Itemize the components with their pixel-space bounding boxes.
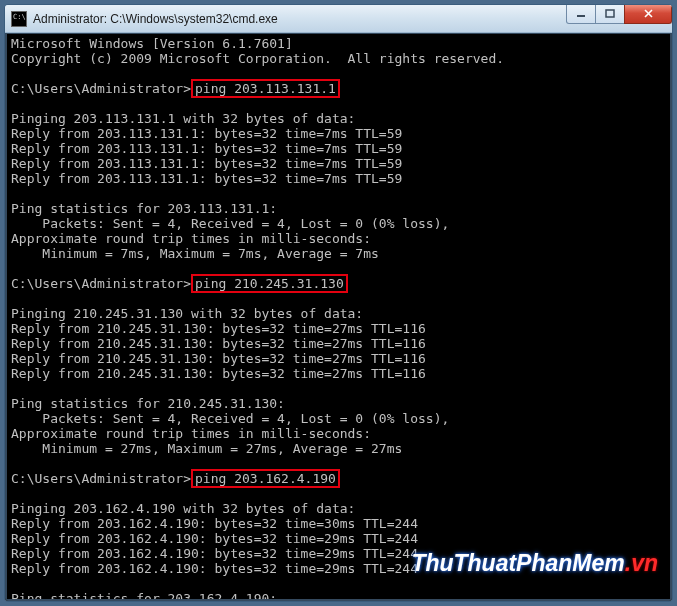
os-version: Microsoft Windows [Version 6.1.7601] <box>11 36 293 51</box>
ping-reply: Reply from 203.162.4.190: bytes=32 time=… <box>11 516 418 531</box>
ping-reply: Reply from 203.162.4.190: bytes=32 time=… <box>11 561 418 576</box>
ping-command-2: ping 210.245.31.130 <box>191 274 348 293</box>
ping-reply: Reply from 203.113.131.1: bytes=32 time=… <box>11 156 402 171</box>
rtt-header: Approximate round trip times in milli-se… <box>11 231 371 246</box>
window-title: Administrator: C:\Windows\system32\cmd.e… <box>33 12 567 26</box>
ping-command-1: ping 203.113.131.1 <box>191 79 340 98</box>
stats-header: Ping statistics for 203.162.4.190: <box>11 591 277 601</box>
minimize-button[interactable] <box>566 5 596 24</box>
copyright-line: Copyright (c) 2009 Microsoft Corporation… <box>11 51 504 66</box>
ping-reply: Reply from 203.162.4.190: bytes=32 time=… <box>11 546 418 561</box>
rtt-header: Approximate round trip times in milli-se… <box>11 426 371 441</box>
terminal-output[interactable]: Microsoft Windows [Version 6.1.7601] Cop… <box>5 33 672 601</box>
ping-reply: Reply from 203.113.131.1: bytes=32 time=… <box>11 126 402 141</box>
packets-line: Packets: Sent = 4, Received = 4, Lost = … <box>11 411 449 426</box>
ping-reply: Reply from 210.245.31.130: bytes=32 time… <box>11 321 426 336</box>
svg-rect-1 <box>606 10 614 17</box>
cmd-icon <box>11 11 27 27</box>
pinging-line: Pinging 210.245.31.130 with 32 bytes of … <box>11 306 363 321</box>
titlebar[interactable]: Administrator: C:\Windows\system32\cmd.e… <box>5 5 672 33</box>
ping-reply: Reply from 210.245.31.130: bytes=32 time… <box>11 366 426 381</box>
maximize-button[interactable] <box>595 5 625 24</box>
close-button[interactable] <box>624 5 672 24</box>
window-controls <box>567 5 672 32</box>
ping-reply: Reply from 203.113.131.1: bytes=32 time=… <box>11 171 402 186</box>
packets-line: Packets: Sent = 4, Received = 4, Lost = … <box>11 216 449 231</box>
stats-header: Ping statistics for 203.113.131.1: <box>11 201 277 216</box>
watermark: ThuThuatPhanMem.vn <box>411 556 658 571</box>
ping-reply: Reply from 210.245.31.130: bytes=32 time… <box>11 351 426 366</box>
ping-reply: Reply from 203.113.131.1: bytes=32 time=… <box>11 141 402 156</box>
prompt: C:\Users\Administrator> <box>11 471 191 486</box>
prompt: C:\Users\Administrator> <box>11 81 191 96</box>
pinging-line: Pinging 203.113.131.1 with 32 bytes of d… <box>11 111 355 126</box>
stats-header: Ping statistics for 210.245.31.130: <box>11 396 285 411</box>
ping-reply: Reply from 210.245.31.130: bytes=32 time… <box>11 336 426 351</box>
ping-reply: Reply from 203.162.4.190: bytes=32 time=… <box>11 531 418 546</box>
pinging-line: Pinging 203.162.4.190 with 32 bytes of d… <box>11 501 355 516</box>
app-window: Administrator: C:\Windows\system32\cmd.e… <box>4 4 673 602</box>
rtt-line: Minimum = 7ms, Maximum = 7ms, Average = … <box>11 246 379 261</box>
svg-rect-0 <box>577 15 585 17</box>
rtt-line: Minimum = 27ms, Maximum = 27ms, Average … <box>11 441 402 456</box>
ping-command-3: ping 203.162.4.190 <box>191 469 340 488</box>
prompt: C:\Users\Administrator> <box>11 276 191 291</box>
